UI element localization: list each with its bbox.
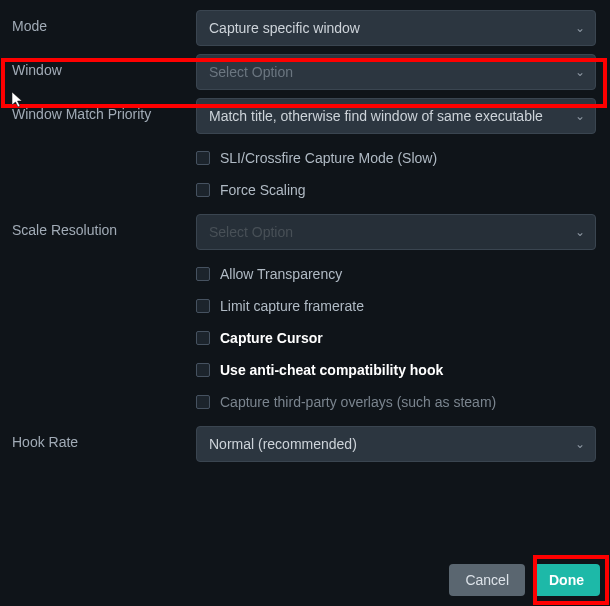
capture-cursor-label: Capture Cursor — [220, 330, 323, 346]
window-select[interactable]: Select Option ⌄ — [196, 54, 596, 90]
checkbox-icon — [196, 183, 210, 197]
hook-rate-label: Hook Rate — [8, 426, 196, 450]
force-scaling-label: Force Scaling — [220, 182, 306, 198]
window-label: Window — [8, 54, 196, 78]
checkbox-icon — [196, 395, 210, 409]
checkbox-icon — [196, 267, 210, 281]
limit-framerate-checkbox-row[interactable]: Limit capture framerate — [196, 290, 596, 322]
transparency-label: Allow Transparency — [220, 266, 342, 282]
mode-label: Mode — [8, 10, 196, 34]
scale-res-label: Scale Resolution — [8, 214, 196, 238]
chevron-down-icon: ⌄ — [575, 225, 585, 239]
cancel-button[interactable]: Cancel — [449, 564, 525, 596]
chevron-down-icon: ⌄ — [575, 109, 585, 123]
mode-select[interactable]: Capture specific window ⌄ — [196, 10, 596, 46]
scale-res-row: Scale Resolution Select Option ⌄ — [8, 214, 602, 250]
checkbox-icon — [196, 299, 210, 313]
sli-label: SLI/Crossfire Capture Mode (Slow) — [220, 150, 437, 166]
anti-cheat-label: Use anti-cheat compatibility hook — [220, 362, 443, 378]
checkbox-icon — [196, 331, 210, 345]
force-scaling-checkbox-row[interactable]: Force Scaling — [196, 174, 596, 206]
footer: Cancel Done — [449, 564, 600, 596]
chevron-down-icon: ⌄ — [575, 437, 585, 451]
window-placeholder: Select Option — [209, 64, 293, 80]
match-priority-label: Window Match Priority — [8, 98, 196, 122]
hook-rate-select[interactable]: Normal (recommended) ⌄ — [196, 426, 596, 462]
mode-value: Capture specific window — [209, 20, 360, 36]
chevron-down-icon: ⌄ — [575, 21, 585, 35]
window-row: Window Select Option ⌄ — [8, 54, 602, 90]
anti-cheat-checkbox-row[interactable]: Use anti-cheat compatibility hook — [196, 354, 596, 386]
sli-checkbox-row[interactable]: SLI/Crossfire Capture Mode (Slow) — [196, 142, 596, 174]
cursor-icon — [12, 92, 28, 113]
transparency-checkbox-row[interactable]: Allow Transparency — [196, 258, 596, 290]
done-button[interactable]: Done — [533, 564, 600, 596]
checkbox-icon — [196, 363, 210, 377]
options-row: Allow Transparency Limit capture framera… — [8, 258, 602, 418]
third-party-checkbox-row[interactable]: Capture third-party overlays (such as st… — [196, 386, 596, 418]
scale-res-select: Select Option ⌄ — [196, 214, 596, 250]
match-priority-select[interactable]: Match title, otherwise find window of sa… — [196, 98, 596, 134]
capture-cursor-checkbox-row[interactable]: Capture Cursor — [196, 322, 596, 354]
match-priority-value: Match title, otherwise find window of sa… — [209, 108, 543, 124]
chevron-down-icon: ⌄ — [575, 65, 585, 79]
match-priority-row: Window Match Priority Match title, other… — [8, 98, 602, 134]
limit-framerate-label: Limit capture framerate — [220, 298, 364, 314]
sli-row: SLI/Crossfire Capture Mode (Slow) Force … — [8, 142, 602, 206]
scale-res-placeholder: Select Option — [209, 224, 293, 240]
hook-rate-value: Normal (recommended) — [209, 436, 357, 452]
checkbox-icon — [196, 151, 210, 165]
hook-rate-row: Hook Rate Normal (recommended) ⌄ — [8, 426, 602, 462]
mode-row: Mode Capture specific window ⌄ — [8, 10, 602, 46]
third-party-label: Capture third-party overlays (such as st… — [220, 394, 496, 410]
